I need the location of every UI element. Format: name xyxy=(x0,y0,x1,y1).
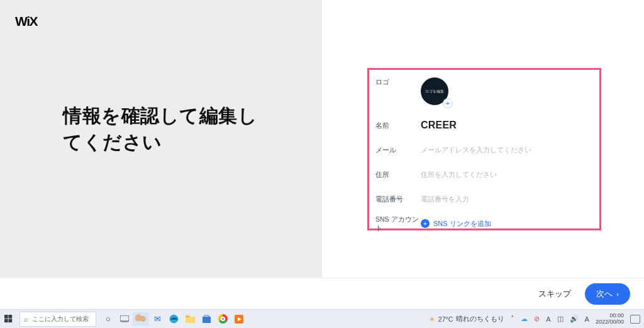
name-value: CREER xyxy=(421,120,593,131)
search-placeholder: ここに入力して検索 xyxy=(32,315,89,324)
wix-logo: WiX xyxy=(15,14,37,29)
volume-icon[interactable]: 🔊 xyxy=(570,315,579,323)
taskbar-clock[interactable]: 00:00 2022/00/00 xyxy=(596,313,624,325)
row-phone[interactable]: 電話番号 電話番号を入力 xyxy=(375,188,593,210)
phone-label: 電話番号 xyxy=(375,195,421,203)
svg-rect-3 xyxy=(9,319,13,323)
mail-icon[interactable]: ✉ xyxy=(149,310,165,328)
svg-rect-1 xyxy=(9,315,13,319)
info-card: ロゴ ロゴを編集 + 名前 CREER メール メールアドレスを入力してください xyxy=(367,68,601,230)
store-icon[interactable] xyxy=(198,310,214,328)
search-icon: ⌕ xyxy=(24,315,28,323)
logo-add-icon[interactable]: + xyxy=(443,98,453,108)
svg-rect-8 xyxy=(186,315,189,317)
address-label: 住所 xyxy=(375,170,421,179)
weather-text: 晴れのちくもり xyxy=(456,315,504,324)
svg-rect-2 xyxy=(4,319,8,323)
ime-a-icon[interactable]: A xyxy=(546,315,550,323)
onedrive-icon[interactable]: ☁ xyxy=(521,315,528,323)
logo-holder[interactable]: ロゴを編集 + xyxy=(421,77,451,108)
chevron-right-icon: › xyxy=(616,290,619,298)
logo-label: ロゴ xyxy=(375,77,421,86)
row-name[interactable]: 名前 CREER xyxy=(375,115,593,136)
taskview-icon[interactable] xyxy=(116,310,133,328)
windows-icon xyxy=(4,315,13,323)
media-icon[interactable] xyxy=(231,310,247,328)
clock-date: 2022/00/00 xyxy=(596,319,624,325)
cortana-icon[interactable]: ○ xyxy=(100,310,116,328)
headline: 情報を確認して編集してください xyxy=(63,103,270,156)
tray-chevron-icon[interactable]: ˄ xyxy=(511,315,514,323)
network-icon[interactable]: ◫ xyxy=(557,315,564,323)
sns-label: SNS アカウント xyxy=(375,215,421,232)
taskbar-search[interactable]: ⌕ ここに入力して検索 xyxy=(19,312,96,327)
phone-placeholder: 電話番号を入力 xyxy=(421,195,593,204)
weather-temp: 27°C xyxy=(438,315,453,323)
skip-link[interactable]: スキップ xyxy=(538,288,571,300)
name-label: 名前 xyxy=(375,121,421,130)
user-thumb-icon[interactable] xyxy=(133,310,149,328)
row-email[interactable]: メール メールアドレスを入力してください xyxy=(375,139,593,161)
address-placeholder: 住所を入力してください xyxy=(421,170,593,179)
chrome-icon[interactable] xyxy=(214,310,231,328)
weather-icon: ☀ xyxy=(429,315,435,323)
svg-rect-4 xyxy=(120,315,129,321)
explorer-icon[interactable] xyxy=(182,310,198,328)
plus-icon: + xyxy=(421,219,430,228)
svg-rect-0 xyxy=(4,315,8,319)
taskbar: ⌕ ここに入力して検索 ○ ✉ xyxy=(0,309,644,328)
sns-add-link[interactable]: + SNS リンクを追加 xyxy=(421,219,491,229)
row-logo: ロゴ ロゴを編集 + xyxy=(375,74,593,111)
sns-link-text: SNS リンクを追加 xyxy=(433,219,491,229)
footer: スキップ 次へ › xyxy=(0,278,644,309)
email-placeholder: メールアドレスを入力してください xyxy=(421,145,593,155)
right-pane: ロゴ ロゴを編集 + 名前 CREER メール メールアドレスを入力してください xyxy=(322,0,644,278)
start-button[interactable] xyxy=(0,310,17,328)
email-label: メール xyxy=(375,145,421,154)
row-sns: SNS アカウント + SNS リンクを追加 xyxy=(375,213,593,234)
left-pane: WiX 情報を確認して編集してください xyxy=(0,0,322,278)
row-address[interactable]: 住所 住所を入力してください xyxy=(375,164,593,185)
weather-widget[interactable]: ☀ 27°C 晴れのちくもり xyxy=(429,315,504,324)
edge-icon[interactable] xyxy=(165,310,182,328)
svg-rect-9 xyxy=(203,317,211,323)
security-icon[interactable]: ⊘ xyxy=(534,315,540,323)
logo-placeholder-text: ロゴを編集 xyxy=(425,89,444,94)
next-button[interactable]: 次へ › xyxy=(585,283,630,305)
svg-rect-7 xyxy=(186,317,195,323)
notifications-icon[interactable] xyxy=(630,315,640,324)
ime-icon[interactable]: A xyxy=(585,315,589,323)
next-label: 次へ xyxy=(596,288,613,300)
